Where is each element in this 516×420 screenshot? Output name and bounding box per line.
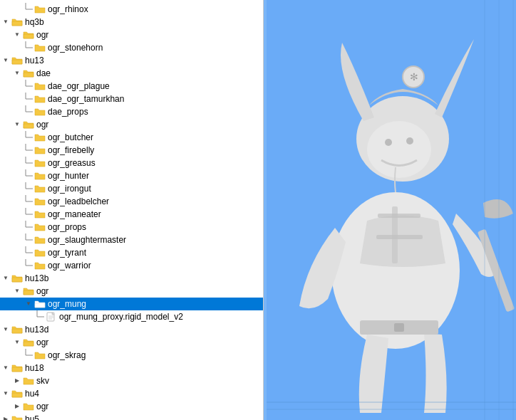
folder-icon xyxy=(34,196,46,206)
file-tree: ogr_rhinox▼ hq3b▼ ogr ogr_stonehorn▼ hu1… xyxy=(0,3,263,420)
expand-btn[interactable]: ▼ xyxy=(11,337,23,348)
tree-label: skv xyxy=(36,376,49,386)
folder-icon xyxy=(11,325,23,335)
expand-btn[interactable]: ▼ xyxy=(0,16,11,28)
folder-icon xyxy=(34,132,46,142)
svg-point-47 xyxy=(406,137,413,145)
svg-rect-59 xyxy=(264,0,267,420)
tree-row-hu18_skv[interactable]: ▶ skv xyxy=(0,374,263,387)
expand-btn[interactable]: ▶ xyxy=(0,414,11,420)
tree-row-dae_ogr_plague[interactable]: dae_ogr_plague xyxy=(0,80,263,93)
svg-rect-53 xyxy=(394,323,404,332)
tree-row-hu5[interactable]: ▶ hu5 xyxy=(0,413,263,420)
folder-icon xyxy=(34,248,46,258)
tree-label: ogr xyxy=(36,337,48,347)
tree-row-hu13d[interactable]: ▼ hu13d xyxy=(0,323,263,336)
tree-row-ogr_tyrant[interactable]: ogr_tyrant xyxy=(0,246,263,259)
tree-row-hu13_dae[interactable]: ▼ dae xyxy=(0,67,263,80)
tree-row-ogr_hunter[interactable]: ogr_hunter xyxy=(0,169,263,182)
folder-icon xyxy=(11,56,23,65)
folder-icon xyxy=(11,17,23,27)
connector-icon xyxy=(23,144,34,157)
tree-label: dae_props xyxy=(48,107,88,117)
expand-btn[interactable]: ▼ xyxy=(23,298,34,310)
tree-row-ogr_warrior[interactable]: ogr_warrior xyxy=(0,259,263,272)
tree-label: dae_ogr_plague xyxy=(48,81,110,91)
folder-icon xyxy=(23,30,34,40)
folder-icon xyxy=(11,363,23,373)
connector-icon xyxy=(23,169,34,182)
tree-row-hu13[interactable]: ▼ hu13 xyxy=(0,54,263,67)
connector-icon xyxy=(23,182,34,195)
expand-btn[interactable]: ▼ xyxy=(0,55,11,66)
tree-row-ogr_firebelly[interactable]: ogr_firebelly xyxy=(0,144,263,157)
folder-icon xyxy=(23,286,34,296)
connector-icon xyxy=(23,93,34,105)
expand-btn[interactable]: ▼ xyxy=(0,362,11,374)
expand-btn[interactable]: ▼ xyxy=(11,285,23,297)
tree-row-ogr_mung[interactable]: ▼ ogr_mung xyxy=(0,298,263,310)
expand-btn[interactable]: ▼ xyxy=(0,388,11,399)
connector-icon xyxy=(23,259,34,272)
folder-icon xyxy=(23,68,34,78)
connector-icon xyxy=(34,310,46,323)
expand-btn[interactable]: ▼ xyxy=(0,324,11,335)
folder-icon xyxy=(23,401,34,411)
tree-label: ogr_skrag xyxy=(48,350,86,360)
tree-row-hu4_ogr[interactable]: ▶ ogr xyxy=(0,400,263,413)
tree-row-ogr_slaughtermaster[interactable]: ogr_slaughtermaster xyxy=(0,233,263,246)
folder-icon xyxy=(34,235,46,245)
expand-btn[interactable]: ▼ xyxy=(11,29,23,41)
tree-row-ogr_leadbelcher[interactable]: ogr_leadbelcher xyxy=(0,195,263,208)
tree-label: hu5 xyxy=(25,414,39,420)
expand-btn[interactable]: ▼ xyxy=(0,273,11,284)
connector-icon xyxy=(23,246,34,259)
tree-label: ogr_hunter xyxy=(48,171,89,181)
expand-btn[interactable]: ▶ xyxy=(11,401,23,412)
connector-icon xyxy=(23,41,34,54)
tree-row-ogr_stonehorn[interactable]: ogr_stonehorn xyxy=(0,41,263,54)
expand-btn[interactable]: ▼ xyxy=(11,119,23,130)
tree-label: ogr_leadbelcher xyxy=(48,196,109,206)
tree-row-hq3b_ogr[interactable]: ▼ ogr xyxy=(0,28,263,41)
tree-row-dae_props[interactable]: dae_props xyxy=(0,105,263,118)
connector-icon xyxy=(23,105,34,118)
expand-btn[interactable]: ▶ xyxy=(11,375,23,387)
tree-row-ogr_mung_proxy[interactable]: ogr_mung_proxy.rigid_model_v2 xyxy=(0,310,263,323)
folder-icon xyxy=(11,273,23,283)
tree-row-ogr_butcher[interactable]: ogr_butcher xyxy=(0,131,263,144)
connector-icon xyxy=(23,131,34,144)
tree-row-hq3b[interactable]: ▼ hq3b xyxy=(0,16,263,28)
folder-icon xyxy=(34,4,46,14)
tree-label: ogr xyxy=(36,286,48,296)
tree-row-ogr_greasus[interactable]: ogr_greasus xyxy=(0,157,263,169)
tree-label: ogr xyxy=(36,120,48,130)
tree-label: ogr xyxy=(36,401,48,411)
tree-label: ogr_stonehorn xyxy=(48,43,103,53)
tree-row-ogr_irongut[interactable]: ogr_irongut xyxy=(0,182,263,195)
folder-icon xyxy=(34,81,46,91)
tree-label: ogr_tyrant xyxy=(48,248,86,258)
tree-row-dae_ogr_tamurkhan[interactable]: dae_ogr_tamurkhan xyxy=(0,93,263,105)
tree-row-hu18[interactable]: ▼ hu18 xyxy=(0,362,263,374)
expand-btn[interactable]: ▼ xyxy=(11,68,23,79)
tree-label: ogr_slaughtermaster xyxy=(48,235,126,245)
tree-row-hu13_ogr[interactable]: ▼ ogr xyxy=(0,118,263,131)
tree-row-hu13d_ogr[interactable]: ▼ ogr xyxy=(0,336,263,349)
tree-label: ogr_mung xyxy=(48,299,86,309)
svg-point-45 xyxy=(367,121,431,178)
tree-row-hu13b[interactable]: ▼ hu13b xyxy=(0,272,263,285)
tree-row-ogr_props[interactable]: ogr_props xyxy=(0,221,263,233)
tree-row-hu13b_ogr[interactable]: ▼ ogr xyxy=(0,285,263,298)
file-tree-panel[interactable]: ogr_rhinox▼ hq3b▼ ogr ogr_stonehorn▼ hu1… xyxy=(0,0,264,420)
folder-icon xyxy=(34,94,46,104)
tree-row-ogr_maneater[interactable]: ogr_maneater xyxy=(0,208,263,221)
tree-row-hu4[interactable]: ▼ hu4 xyxy=(0,387,263,400)
folder-icon xyxy=(34,107,46,117)
tree-label: ogr xyxy=(36,30,48,40)
folder-icon xyxy=(34,209,46,219)
svg-point-46 xyxy=(385,139,392,146)
tree-row-ogr_rhinox[interactable]: ogr_rhinox xyxy=(0,3,263,16)
tree-row-ogr_skrag[interactable]: ogr_skrag xyxy=(0,349,263,362)
tree-label: ogr_rhinox xyxy=(48,4,88,14)
